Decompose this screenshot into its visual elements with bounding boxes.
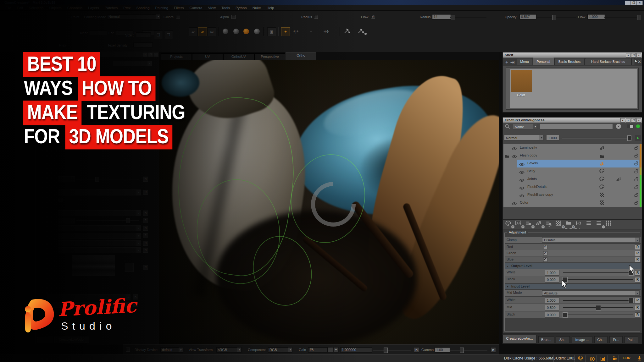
curve-preview[interactable] [72, 255, 115, 276]
menu-tools[interactable]: Tools [219, 6, 233, 10]
eye-icon[interactable] [512, 146, 517, 152]
minimize-button[interactable]: _ [625, 1, 631, 5]
layer-row-fleshbase-copy[interactable]: FleshBase copy [503, 191, 642, 199]
output-white-reset[interactable]: R [635, 270, 640, 276]
layer-row-luminosity[interactable]: Luminosity [503, 144, 642, 152]
green-reset-button[interactable]: R [635, 251, 640, 256]
opacity-value[interactable]: 0.537 [519, 14, 536, 19]
layer-row-fleshdetails[interactable]: FleshDetails [503, 183, 642, 191]
gamma-reset-button[interactable]: R [491, 347, 496, 353]
shelf-tab-personal[interactable]: Personal [533, 58, 554, 65]
move-up-icon[interactable]: ▲ [620, 118, 625, 123]
eye-icon[interactable] [519, 170, 525, 175]
flow-slider[interactable] [604, 17, 641, 18]
input-mid-slider[interactable] [563, 307, 633, 308]
input-white-slider[interactable] [563, 300, 633, 301]
menu-channels[interactable]: Channels [64, 6, 86, 10]
output-level-header[interactable]: Output Level [505, 263, 641, 269]
viewport-3d[interactable] [159, 60, 499, 344]
clamp-dropdown[interactable]: Disable▾ [542, 237, 640, 243]
unlock-icon[interactable] [634, 185, 638, 190]
dock-tab-projects[interactable]: Pr... [609, 336, 623, 343]
ldr-indicator[interactable]: LDR [623, 356, 630, 360]
left-panel-reset[interactable]: R [143, 226, 148, 231]
add-image-layer-button[interactable]: + [515, 221, 524, 228]
close-shelf-tab-icon[interactable]: × [638, 59, 641, 65]
add-adjustment-layer-button[interactable]: + [536, 221, 544, 228]
left-panel-reset[interactable]: R [143, 218, 148, 223]
paste-buffer-icon[interactable]: ❐ [164, 30, 173, 39]
left-panel-field[interactable] [58, 176, 75, 182]
input-level-header[interactable]: Input Level [505, 284, 641, 289]
output-black-value[interactable]: 0.000 [545, 277, 559, 282]
unlock-icon[interactable] [634, 193, 638, 198]
mirror-vertical-icon[interactable]: ÷ [307, 27, 315, 36]
eye-icon[interactable] [519, 178, 525, 183]
radius-checkbox[interactable] [314, 15, 318, 19]
left-panel-slider[interactable] [76, 179, 139, 179]
radius-value[interactable]: 14 [432, 14, 451, 19]
left-panel-field[interactable] [58, 218, 75, 223]
add-layer-stack-button[interactable]: + [525, 221, 534, 228]
gain-plus-button[interactable]: + [333, 347, 339, 353]
menu-nuke[interactable]: Nuke [250, 6, 264, 10]
unlock-icon[interactable] [634, 161, 638, 167]
menu-filters[interactable]: Filters [171, 6, 186, 10]
layer-row-belly[interactable]: Belly [503, 167, 642, 176]
colors-checkbox[interactable] [176, 15, 180, 19]
shading-basic-icon[interactable] [233, 29, 239, 34]
tab-ortho-uv[interactable]: Ortho/UV [223, 53, 254, 60]
left-panel-dropdown[interactable]: ▾ [58, 233, 141, 239]
input-black-reset[interactable]: R [635, 312, 640, 318]
tab-ortho[interactable]: Ortho [286, 52, 316, 60]
dock-tab-shelf[interactable]: Sh... [556, 336, 570, 343]
eye-icon[interactable] [519, 185, 525, 191]
remove-layer-button[interactable]: − [596, 221, 605, 228]
gain-mode-field[interactable]: f/8 [308, 347, 328, 353]
blend-amount-value[interactable]: 1.000 [546, 135, 559, 140]
menu-objects[interactable]: Objects [47, 6, 64, 10]
collapse-icon[interactable]: ▲ [626, 53, 630, 58]
filter-toggle[interactable] [627, 124, 634, 128]
gain-reset-button[interactable]: R [414, 347, 419, 353]
paint-buffer-icon[interactable]: ▣ [267, 27, 276, 36]
left-panel-dropdown[interactable]: ▾ [58, 240, 141, 246]
close-icon[interactable]: × [636, 53, 641, 58]
shading-lit-icon[interactable] [254, 29, 260, 34]
menu-painting[interactable]: Painting [153, 6, 171, 10]
blend-mode-dropdown[interactable]: Normal▾ [504, 135, 544, 140]
painting-mode-dropdown[interactable]: Normal▾ [107, 14, 160, 19]
shading-flat-icon[interactable] [223, 29, 228, 34]
menu-shading[interactable]: Shading [133, 6, 152, 10]
menu-view[interactable]: View [205, 6, 219, 10]
green-checkbox[interactable] [543, 251, 547, 255]
output-black-slider[interactable] [563, 279, 633, 280]
menu-patches[interactable]: Patches [102, 6, 121, 10]
texel-density-field[interactable] [133, 42, 153, 47]
layer-row-levels[interactable]: Levels [503, 160, 642, 168]
dock-tab-channels[interactable]: Ch... [594, 336, 608, 343]
component-dropdown[interactable]: RGB▾ [268, 347, 292, 353]
output-white-slider[interactable] [563, 272, 633, 273]
radius-slider[interactable] [450, 17, 486, 18]
red-checkbox[interactable] [543, 245, 547, 249]
display-device-dropdown[interactable]: default▾ [160, 347, 183, 353]
gamma-slider[interactable] [450, 350, 487, 350]
alpha-checkbox[interactable] [231, 15, 236, 19]
left-panel-reset[interactable]: R [143, 211, 148, 216]
output-white-value[interactable]: 1.000 [545, 270, 559, 276]
add-adjustment-stack-button[interactable] [546, 221, 554, 228]
eye-icon[interactable] [519, 193, 525, 199]
left-panel-dropdown[interactable]: ▾ [58, 189, 141, 195]
unlock-icon[interactable] [634, 169, 638, 175]
menu-layers[interactable]: Layers [85, 6, 102, 10]
footer-checkbox[interactable] [126, 348, 130, 352]
mirror-horizontal-icon[interactable]: +|+ [292, 27, 300, 36]
layer-row-flesh-copy[interactable]: Flesh copy [503, 152, 642, 160]
search-input[interactable] [540, 124, 613, 129]
paint-tool[interactable]: ▰ [198, 27, 207, 36]
menu-python[interactable]: Python [233, 6, 250, 10]
close-icon[interactable]: × [636, 118, 641, 123]
dock-tab-creaturelow[interactable]: CreatureLow/ro... [502, 335, 536, 343]
add-group-layer-button[interactable]: + [566, 221, 575, 228]
